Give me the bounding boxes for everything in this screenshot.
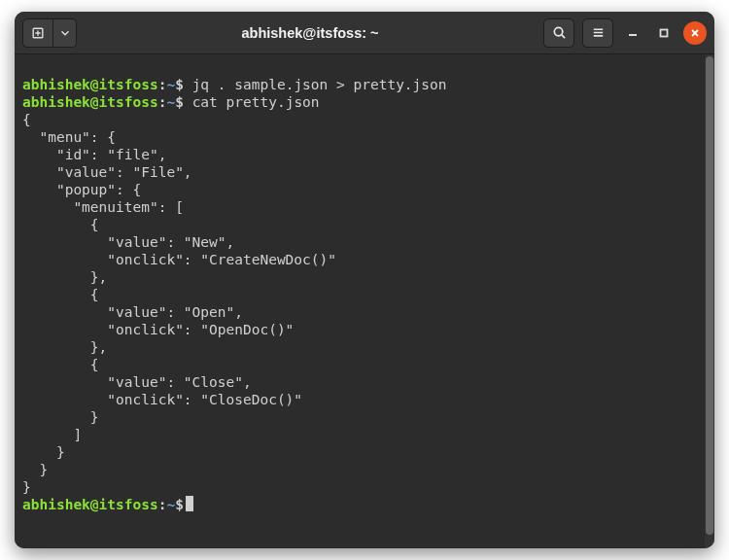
prompt-line-1: abhishek@itsfoss:~$ jq . sample.json > p… [22,77,447,92]
output-line: "menuitem": [ [22,199,184,215]
output-line: } [22,462,48,477]
search-icon [552,25,567,40]
cursor [186,496,193,511]
svg-rect-9 [661,29,668,36]
new-tab-button[interactable] [22,18,53,48]
command-text: jq . sample.json > pretty.json [192,77,447,92]
command-text: cat pretty.json [192,94,320,110]
output-line: { [22,357,99,372]
prompt-symbol: $ [175,94,184,110]
maximize-button[interactable] [652,21,676,45]
prompt-symbol: $ [175,77,184,92]
output-line: }, [22,269,107,285]
output-line: "onclick": "OpenDoc()" [22,322,294,337]
terminal-content[interactable]: abhishek@itsfoss:~$ jq . sample.json > p… [15,54,705,548]
scrollbar-thumb[interactable] [706,56,713,535]
output-line: ] [22,427,82,442]
prompt-user: abhishek@itsfoss [22,94,158,110]
prompt-line-3: abhishek@itsfoss:~$ [22,497,193,512]
titlebar-right-group [543,18,707,48]
close-icon [690,28,700,38]
output-line: { [22,112,31,127]
window-title: abhishek@itsfoss: ~ [85,25,536,41]
output-line: "popup": { [22,182,141,197]
terminal-window: abhishek@itsfoss: ~ abhishek@itsfoss:~$ … [15,12,714,548]
terminal-body[interactable]: abhishek@itsfoss:~$ jq . sample.json > p… [15,54,714,548]
output-line: "onclick": "CloseDoc()" [22,392,302,407]
prompt-symbol: $ [175,497,184,512]
output-line: { [22,287,99,302]
minimize-button[interactable] [621,21,644,45]
output-line: { [22,217,99,232]
close-button[interactable] [683,21,707,45]
prompt-user: abhishek@itsfoss [22,77,158,92]
output-line: "value": "Open", [22,304,243,320]
prompt-path: ~ [166,94,175,110]
minimize-icon [628,28,638,38]
output-line: "value": "File", [22,164,192,180]
scrollbar[interactable] [705,54,714,548]
output-line: } [22,479,31,495]
prompt-user: abhishek@itsfoss [22,497,158,512]
output-line: "id": "file", [22,147,166,162]
prompt-line-2: abhishek@itsfoss:~$ cat pretty.json [22,94,320,110]
svg-line-4 [561,35,564,38]
chevron-down-icon [58,26,72,40]
hamburger-icon [591,25,606,40]
output-line: "menu": { [22,129,116,145]
output-line: "value": "Close", [22,374,252,390]
maximize-icon [659,28,669,38]
menu-button[interactable] [582,18,613,48]
output-line: "value": "New", [22,234,234,250]
output-line: }, [22,339,107,355]
svg-point-3 [554,27,562,35]
output-line: } [22,409,99,425]
prompt-path: ~ [166,77,175,92]
search-button[interactable] [543,18,574,48]
output-line: "onclick": "CreateNewDoc()" [22,252,336,267]
new-tab-dropdown-button[interactable] [53,18,77,48]
new-tab-icon [31,26,45,40]
prompt-path: ~ [166,497,175,512]
title-bar: abhishek@itsfoss: ~ [15,12,714,54]
output-line: } [22,444,65,460]
titlebar-left-group [22,18,77,48]
